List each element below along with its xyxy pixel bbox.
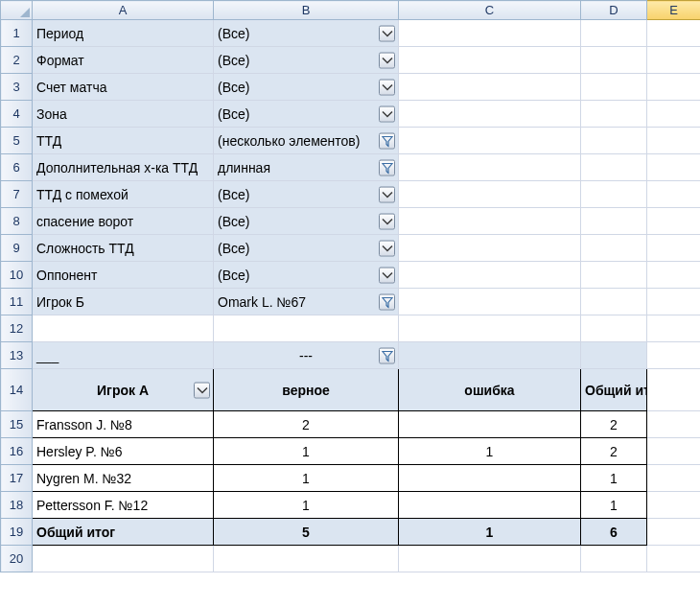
filter-dropdown[interactable]: [379, 293, 395, 310]
empty-cell[interactable]: [647, 128, 701, 154]
column-field-dropdown[interactable]: [379, 347, 395, 363]
empty-cell[interactable]: [399, 208, 581, 235]
filter-value[interactable]: Omark L. №67: [214, 289, 399, 315]
pivot-row-name[interactable]: Fransson J. №8: [33, 411, 214, 438]
filter-value[interactable]: (Все): [214, 74, 399, 101]
filter-value[interactable]: (Все): [214, 20, 399, 47]
column-field-value[interactable]: ---: [214, 342, 399, 369]
filter-label[interactable]: Зона: [33, 101, 214, 128]
filter-value[interactable]: (Все): [214, 101, 399, 128]
filter-dropdown[interactable]: [379, 105, 395, 122]
filter-label[interactable]: Игрок Б: [33, 289, 214, 315]
filter-dropdown[interactable]: [379, 132, 395, 149]
row-header[interactable]: 15: [1, 411, 33, 438]
row-header[interactable]: 20: [1, 546, 33, 572]
empty-cell[interactable]: [647, 74, 701, 101]
empty-cell[interactable]: [399, 315, 581, 342]
empty-cell[interactable]: [399, 546, 581, 572]
empty-cell[interactable]: [647, 262, 701, 289]
row-header[interactable]: 18: [1, 492, 33, 519]
empty-cell[interactable]: [647, 546, 701, 572]
col-header-A[interactable]: A: [33, 1, 214, 20]
filter-label[interactable]: ТТД с помехой: [33, 181, 214, 208]
filter-label[interactable]: спасение ворот: [33, 208, 214, 235]
filter-dropdown[interactable]: [379, 267, 395, 283]
empty-cell[interactable]: [33, 546, 214, 572]
empty-cell[interactable]: [399, 74, 581, 101]
filter-label[interactable]: Счет матча: [33, 74, 214, 101]
row-header[interactable]: 10: [1, 262, 33, 289]
pivot-row-dropdown[interactable]: [194, 382, 210, 398]
pivot-row-total[interactable]: 1: [581, 465, 647, 492]
empty-cell[interactable]: [647, 519, 701, 546]
empty-cell[interactable]: [214, 315, 399, 342]
empty-cell[interactable]: [581, 20, 647, 47]
empty-cell[interactable]: [399, 154, 581, 181]
row-header[interactable]: 8: [1, 208, 33, 235]
empty-cell[interactable]: [581, 101, 647, 128]
empty-cell[interactable]: [647, 47, 701, 74]
filter-dropdown[interactable]: [379, 79, 395, 95]
pivot-total-header[interactable]: Общий итог: [581, 369, 647, 411]
empty-cell[interactable]: [647, 465, 701, 492]
row-header[interactable]: 17: [1, 465, 33, 492]
pivot-grand-total[interactable]: 6: [581, 519, 647, 546]
col-header-C[interactable]: C: [399, 1, 581, 20]
empty-cell[interactable]: [647, 492, 701, 519]
empty-cell[interactable]: [399, 342, 581, 369]
empty-cell[interactable]: [581, 289, 647, 315]
empty-cell[interactable]: [647, 369, 701, 411]
pivot-row-total[interactable]: 1: [581, 492, 647, 519]
filter-value[interactable]: (несколько элементов): [214, 128, 399, 154]
row-header[interactable]: 6: [1, 154, 33, 181]
empty-cell[interactable]: [399, 262, 581, 289]
pivot-grand-value[interactable]: 1: [399, 519, 581, 546]
row-header[interactable]: 12: [1, 315, 33, 342]
empty-cell[interactable]: [399, 235, 581, 262]
row-header[interactable]: 7: [1, 181, 33, 208]
row-header[interactable]: 1: [1, 20, 33, 47]
pivot-value[interactable]: 1: [214, 465, 399, 492]
empty-cell[interactable]: [399, 47, 581, 74]
empty-cell[interactable]: [581, 262, 647, 289]
empty-cell[interactable]: [33, 315, 214, 342]
empty-cell[interactable]: [647, 411, 701, 438]
empty-cell[interactable]: [647, 438, 701, 465]
empty-cell[interactable]: [647, 101, 701, 128]
filter-dropdown[interactable]: [379, 25, 395, 41]
pivot-row-name[interactable]: Nygren M. №32: [33, 465, 214, 492]
empty-cell[interactable]: [399, 20, 581, 47]
pivot-row-name[interactable]: Pettersson F. №12: [33, 492, 214, 519]
pivot-col-header[interactable]: ошибка: [399, 369, 581, 411]
empty-cell[interactable]: [581, 235, 647, 262]
empty-cell[interactable]: [581, 74, 647, 101]
filter-label[interactable]: Сложность ТТД: [33, 235, 214, 262]
row-header[interactable]: 4: [1, 101, 33, 128]
row-header[interactable]: 5: [1, 128, 33, 154]
col-header-E[interactable]: E: [647, 1, 701, 20]
pivot-row-label-header[interactable]: Игрок А: [33, 369, 214, 411]
pivot-value[interactable]: 1: [399, 438, 581, 465]
pivot-row-total[interactable]: 2: [581, 438, 647, 465]
empty-cell[interactable]: [581, 181, 647, 208]
pivot-col-header[interactable]: верное: [214, 369, 399, 411]
row-header[interactable]: 14: [1, 369, 33, 411]
filter-label[interactable]: ТТД: [33, 128, 214, 154]
row-header[interactable]: 13: [1, 342, 33, 369]
empty-cell[interactable]: [647, 154, 701, 181]
row-header[interactable]: 3: [1, 74, 33, 101]
empty-cell[interactable]: [399, 128, 581, 154]
empty-cell[interactable]: [399, 101, 581, 128]
filter-value[interactable]: длинная: [214, 154, 399, 181]
filter-label[interactable]: Формат: [33, 47, 214, 74]
filter-value[interactable]: (Все): [214, 181, 399, 208]
empty-cell[interactable]: [581, 208, 647, 235]
empty-cell[interactable]: [647, 342, 701, 369]
filter-value[interactable]: (Все): [214, 47, 399, 74]
select-all-corner[interactable]: [1, 1, 33, 20]
filter-label[interactable]: Оппонент: [33, 262, 214, 289]
filter-dropdown[interactable]: [379, 159, 395, 175]
empty-cell[interactable]: [214, 546, 399, 572]
row-header[interactable]: 2: [1, 47, 33, 74]
filter-value[interactable]: (Все): [214, 235, 399, 262]
